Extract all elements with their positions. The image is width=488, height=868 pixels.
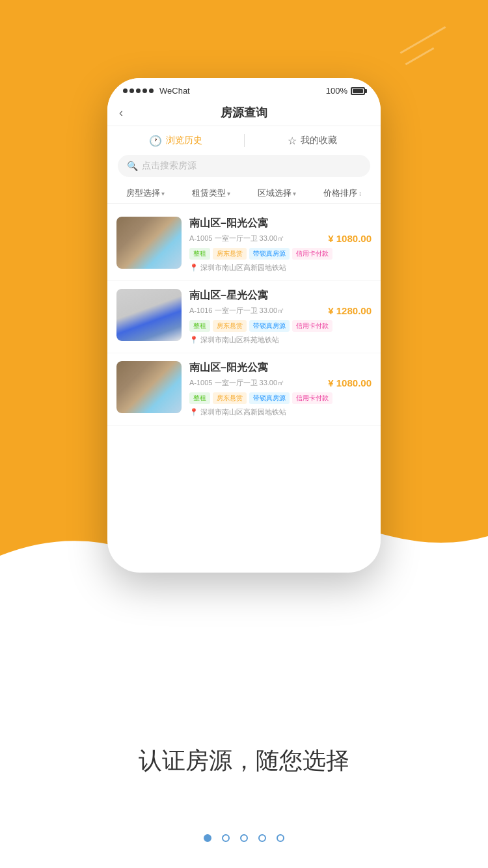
signal-dot xyxy=(142,88,147,93)
tab-favorites-label: 我的收藏 xyxy=(301,135,337,146)
location-text-3: 深圳市南山区高新园地铁站 xyxy=(200,407,286,417)
star-icon: ☆ xyxy=(288,135,297,147)
signal-dots xyxy=(123,88,154,93)
location-pin-icon-2: 📍 xyxy=(189,336,198,344)
listing-info-1: 南山区–阳光公寓 A-1005 一室一厅一卫 33.00㎡ ¥ 1080.00 … xyxy=(182,217,372,273)
tab-bar: 🕐 浏览历史 ☆ 我的收藏 xyxy=(107,126,381,155)
page-indicators xyxy=(204,834,284,842)
listing-detail-row-3: A-1005 一室一厅一卫 33.00㎡ ¥ 1080.00 xyxy=(189,377,372,388)
filter-room-type[interactable]: 房型选择 ▾ xyxy=(113,187,178,199)
page-dot-4[interactable] xyxy=(258,834,266,842)
listing-detail-row-2: A-1016 一室一厅一卫 33.00㎡ ¥ 1280.00 xyxy=(189,305,372,316)
listing-title-3: 南山区–阳光公寓 xyxy=(189,361,372,375)
listing-location-2: 📍 深圳市南山区科苑地铁站 xyxy=(189,335,372,345)
tag-reward-3: 房东悬赏 xyxy=(213,392,247,404)
tab-favorites[interactable]: ☆ 我的收藏 xyxy=(245,135,381,147)
listing-tags-1: 整租 房东悬赏 带锁真房源 信用卡付款 xyxy=(189,248,372,260)
page-dot-5[interactable] xyxy=(277,834,284,842)
listing-card-3[interactable]: 南山区–阳光公寓 A-1005 一室一厅一卫 33.00㎡ ¥ 1080.00 … xyxy=(107,353,381,426)
location-text-1: 深圳市南山区高新园地铁站 xyxy=(200,263,286,273)
status-right: 100% xyxy=(326,86,365,96)
listing-img-2 xyxy=(116,289,182,341)
location-pin-icon-1: 📍 xyxy=(189,264,198,272)
listing-img-1 xyxy=(116,217,182,269)
search-icon: 🔍 xyxy=(127,161,138,171)
tab-history-label: 浏览历史 xyxy=(166,135,202,146)
filter-area-arrow: ▾ xyxy=(293,190,296,197)
listing-card-2[interactable]: 南山区–星光公寓 A-1016 一室一厅一卫 33.00㎡ ¥ 1280.00 … xyxy=(107,281,381,353)
page-dot-3[interactable] xyxy=(240,834,248,842)
search-placeholder: 点击搜索房源 xyxy=(142,160,197,172)
phone-device: WeChat 100% ‹ 房源查询 🕐 浏览历史 ☆ 我的收藏 🔍 点击搜索房… xyxy=(107,78,381,573)
page-title: 房源查询 xyxy=(221,105,267,120)
tab-browse-history[interactable]: 🕐 浏览历史 xyxy=(107,135,244,147)
battery-icon xyxy=(351,87,365,95)
listing-location-3: 📍 深圳市南山区高新园地铁站 xyxy=(189,407,372,417)
tag-zhengzu-3: 整租 xyxy=(189,392,210,404)
signal-dot xyxy=(123,88,128,93)
status-bar: WeChat 100% xyxy=(107,78,381,100)
filter-room-type-arrow: ▾ xyxy=(161,190,165,197)
filter-price-label: 价格排序 xyxy=(323,187,357,199)
listing-price-1: ¥ 1080.00 xyxy=(328,233,372,244)
filter-price-arrow: ↕ xyxy=(359,190,362,197)
listing-card-1[interactable]: 南山区–阳光公寓 A-1005 一室一厅一卫 33.00㎡ ¥ 1080.00 … xyxy=(107,209,381,281)
battery-fill xyxy=(353,89,363,93)
listing-location-1: 📍 深圳市南山区高新园地铁站 xyxy=(189,263,372,273)
tag-verified-1: 带锁真房源 xyxy=(249,248,290,260)
listing-info-2: 南山区–星光公寓 A-1016 一室一厅一卫 33.00㎡ ¥ 1280.00 … xyxy=(182,289,372,345)
bottom-section: 认证房源，随您选择 xyxy=(0,582,488,868)
signal-dot xyxy=(136,88,141,93)
status-left: WeChat xyxy=(123,86,190,96)
listing-detail-1: A-1005 一室一厅一卫 33.00㎡ xyxy=(189,234,284,243)
tag-zhengzu-1: 整租 xyxy=(189,248,210,260)
signal-dot xyxy=(129,88,134,93)
search-bar[interactable]: 🔍 点击搜索房源 xyxy=(118,155,370,177)
tag-credit-1: 信用卡付款 xyxy=(292,248,332,260)
listing-detail-row-1: A-1005 一室一厅一卫 33.00㎡ ¥ 1080.00 xyxy=(189,233,372,244)
listing-title-1: 南山区–阳光公寓 xyxy=(189,217,372,230)
tag-verified-2: 带锁真房源 xyxy=(249,320,290,332)
app-name-label: WeChat xyxy=(159,86,190,96)
back-button[interactable]: ‹ xyxy=(119,106,123,120)
filter-bar: 房型选择 ▾ 租赁类型 ▾ 区域选择 ▾ 价格排序 ↕ xyxy=(107,183,381,204)
listing-tags-2: 整租 房东悬赏 带锁真房源 信用卡付款 xyxy=(189,320,372,332)
filter-area[interactable]: 区域选择 ▾ xyxy=(244,187,310,199)
page-dot-2[interactable] xyxy=(222,834,230,842)
deco-line-2 xyxy=(405,47,435,66)
tag-reward-1: 房东悬赏 xyxy=(213,248,247,260)
location-text-2: 深圳市南山区科苑地铁站 xyxy=(200,335,279,345)
listing-detail-3: A-1005 一室一厅一卫 33.00㎡ xyxy=(189,378,284,388)
filter-rental-type-arrow: ▾ xyxy=(227,190,230,197)
filter-price[interactable]: 价格排序 ↕ xyxy=(310,187,375,199)
listing-img-3 xyxy=(116,361,182,413)
tag-zhengzu-2: 整租 xyxy=(189,320,210,332)
listings-container: 南山区–阳光公寓 A-1005 一室一厅一卫 33.00㎡ ¥ 1080.00 … xyxy=(107,206,381,564)
listing-info-3: 南山区–阳光公寓 A-1005 一室一厅一卫 33.00㎡ ¥ 1080.00 … xyxy=(182,361,372,417)
listing-detail-2: A-1016 一室一厅一卫 33.00㎡ xyxy=(189,306,284,316)
location-pin-icon-3: 📍 xyxy=(189,408,198,416)
tagline: 认证房源，随您选择 xyxy=(139,745,349,777)
filter-area-label: 区域选择 xyxy=(258,187,291,199)
listing-title-2: 南山区–星光公寓 xyxy=(189,289,372,303)
navbar: ‹ 房源查询 xyxy=(107,100,381,126)
filter-rental-type-label: 租赁类型 xyxy=(192,187,226,199)
tag-credit-2: 信用卡付款 xyxy=(292,320,332,332)
filter-room-type-label: 房型选择 xyxy=(126,187,160,199)
battery-percent: 100% xyxy=(326,86,347,96)
listing-tags-3: 整租 房东悬赏 带锁真房源 信用卡付款 xyxy=(189,392,372,404)
tag-credit-3: 信用卡付款 xyxy=(292,392,332,404)
page-dot-1[interactable] xyxy=(204,834,211,842)
history-icon: 🕐 xyxy=(149,135,162,147)
deco-line-1 xyxy=(400,26,446,54)
filter-rental-type[interactable]: 租赁类型 ▾ xyxy=(178,187,244,199)
tag-verified-3: 带锁真房源 xyxy=(249,392,290,404)
listing-price-3: ¥ 1080.00 xyxy=(328,377,372,388)
tag-reward-2: 房东悬赏 xyxy=(213,320,247,332)
listing-price-2: ¥ 1280.00 xyxy=(328,305,372,316)
signal-dot xyxy=(149,88,154,93)
